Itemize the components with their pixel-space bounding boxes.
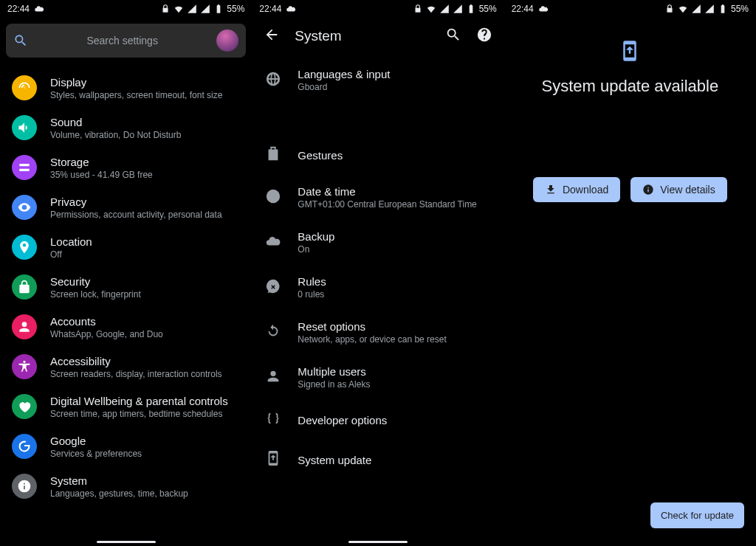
help-button[interactable] bbox=[476, 27, 492, 46]
settings-item-texts: Storage35% used - 41.49 GB free bbox=[50, 156, 240, 180]
check-for-update-button[interactable]: Check for update bbox=[650, 502, 744, 528]
system-item-update[interactable]: System update bbox=[252, 440, 504, 480]
system-item-user[interactable]: Multiple usersSigned in as Aleks bbox=[252, 355, 504, 400]
system-item-texts: Date & timeGMT+01:00 Central European St… bbox=[298, 185, 476, 210]
settings-item-title: Accounts bbox=[50, 315, 240, 328]
search-settings-input[interactable]: Search settings bbox=[6, 24, 246, 58]
system-item-rules[interactable]: Rules0 rules bbox=[252, 265, 504, 310]
system-item-language[interactable]: Languages & inputGboard bbox=[252, 58, 504, 103]
system-item-title: System update bbox=[298, 454, 371, 466]
status-bar: 22:44 55% bbox=[0, 0, 252, 18]
settings-item-texts: GoogleServices & preferences bbox=[50, 435, 240, 459]
nav-pill[interactable] bbox=[348, 541, 408, 543]
account-avatar[interactable] bbox=[216, 30, 238, 52]
view-details-button[interactable]: View details bbox=[630, 177, 726, 202]
settings-item-texts: DisplayStyles, wallpapers, screen timeou… bbox=[50, 76, 240, 100]
settings-item-texts: AccountsWhatsApp, Google, and Duo bbox=[50, 315, 240, 339]
update-icon bbox=[265, 450, 281, 469]
status-battery: 55% bbox=[227, 4, 244, 14]
privacy-icon bbox=[12, 195, 37, 220]
reset-icon bbox=[265, 323, 281, 342]
system-item-title: Languages & input bbox=[298, 68, 390, 80]
system-item-title: Date & time bbox=[298, 185, 476, 198]
search-icon bbox=[445, 27, 461, 43]
settings-item-texts: PrivacyPermissions, account activity, pe… bbox=[50, 196, 240, 220]
system-item-cloud[interactable]: BackupOn bbox=[252, 220, 504, 265]
system-item-gestures[interactable]: Gestures bbox=[252, 135, 504, 175]
cloud-icon bbox=[286, 4, 296, 14]
accessibility-icon bbox=[12, 354, 37, 379]
system-list: Languages & inputGboardGesturesDate & ti… bbox=[252, 55, 504, 483]
settings-item-title: Sound bbox=[50, 116, 240, 128]
cloud-icon bbox=[34, 4, 44, 14]
settings-item-title: Display bbox=[50, 76, 240, 89]
settings-item-security[interactable]: SecurityScreen lock, fingerprint bbox=[0, 267, 252, 307]
download-icon bbox=[545, 184, 557, 196]
settings-item-accessibility[interactable]: AccessibilityScreen readers, display, in… bbox=[0, 347, 252, 387]
status-battery: 55% bbox=[479, 4, 497, 14]
signal-icon bbox=[439, 4, 450, 14]
wifi-icon bbox=[173, 4, 184, 14]
settings-item-title: Google bbox=[50, 435, 240, 447]
settings-item-texts: SystemLanguages, gestures, time, backup bbox=[50, 474, 240, 499]
user-icon bbox=[265, 368, 281, 387]
system-update-icon bbox=[619, 40, 641, 65]
settings-item-storage[interactable]: Storage35% used - 41.49 GB free bbox=[0, 148, 252, 187]
system-item-subtitle: Signed in as Aleks bbox=[298, 379, 370, 390]
system-item-reset[interactable]: Reset optionsNetwork, apps, or device ca… bbox=[252, 310, 504, 355]
clock-icon bbox=[265, 188, 281, 207]
status-time: 22:44 bbox=[7, 4, 30, 14]
sound-icon bbox=[12, 115, 37, 140]
settings-item-title: Storage bbox=[50, 156, 240, 168]
update-title: System update available bbox=[541, 77, 718, 96]
download-button[interactable]: Download bbox=[533, 177, 620, 202]
back-button[interactable] bbox=[264, 27, 280, 46]
status-bar: 22:44 55% bbox=[504, 0, 756, 18]
page-title: System bbox=[295, 28, 430, 44]
settings-item-subtitle: Styles, wallpapers, screen timeout, font… bbox=[50, 90, 240, 100]
system-item-clock[interactable]: Date & timeGMT+01:00 Central European St… bbox=[252, 175, 504, 220]
settings-item-title: Security bbox=[50, 275, 240, 288]
settings-item-display[interactable]: DisplayStyles, wallpapers, screen timeou… bbox=[0, 68, 252, 108]
system-item-texts: Multiple usersSigned in as Aleks bbox=[298, 365, 370, 390]
system-item-texts: Reset optionsNetwork, apps, or device ca… bbox=[298, 320, 446, 345]
search-placeholder: Search settings bbox=[37, 35, 207, 46]
nav-pill[interactable] bbox=[97, 541, 156, 543]
display-icon bbox=[12, 75, 37, 100]
settings-item-wellbeing[interactable]: Digital Wellbeing & parental controlsScr… bbox=[0, 387, 252, 426]
vpn-icon bbox=[413, 4, 423, 14]
system-item-title: Developer options bbox=[298, 414, 387, 426]
system-item-braces[interactable]: Developer options bbox=[252, 400, 504, 440]
update-screen: System update available Download View de… bbox=[504, 18, 756, 546]
settings-item-subtitle: Services & preferences bbox=[50, 449, 240, 459]
system-item-subtitle: Gboard bbox=[298, 82, 390, 92]
settings-item-texts: LocationOff bbox=[50, 235, 240, 260]
settings-item-google[interactable]: GoogleServices & preferences bbox=[0, 426, 252, 466]
settings-item-texts: SecurityScreen lock, fingerprint bbox=[50, 275, 240, 300]
signal-icon bbox=[691, 4, 701, 14]
settings-item-texts: SoundVolume, vibration, Do Not Disturb bbox=[50, 116, 240, 140]
settings-list: DisplayStyles, wallpapers, screen timeou… bbox=[0, 63, 252, 511]
settings-item-location[interactable]: LocationOff bbox=[0, 227, 252, 267]
location-icon bbox=[12, 235, 37, 260]
settings-root-pane: 22:44 55% Search settings DisplayStyles,… bbox=[0, 0, 252, 546]
settings-item-accounts[interactable]: AccountsWhatsApp, Google, and Duo bbox=[0, 307, 252, 347]
security-icon bbox=[12, 274, 37, 300]
system-settings-pane: 22:44 55% System Languages & inputGboard… bbox=[252, 0, 504, 546]
braces-icon bbox=[265, 410, 281, 429]
system-item-texts: Languages & inputGboard bbox=[298, 68, 390, 92]
arrow-back-icon bbox=[264, 27, 280, 43]
settings-item-subtitle: Screen lock, fingerprint bbox=[50, 289, 240, 300]
settings-item-system[interactable]: SystemLanguages, gestures, time, backup bbox=[0, 466, 252, 506]
info-icon bbox=[642, 184, 654, 196]
settings-item-subtitle: Screen time, app timers, bedtime schedul… bbox=[50, 409, 240, 419]
search-button[interactable] bbox=[445, 27, 461, 46]
settings-item-sound[interactable]: SoundVolume, vibration, Do Not Disturb bbox=[0, 108, 252, 148]
check-for-update-label: Check for update bbox=[661, 510, 734, 521]
system-item-subtitle: 0 rules bbox=[298, 289, 326, 300]
settings-item-privacy[interactable]: PrivacyPermissions, account activity, pe… bbox=[0, 187, 252, 227]
settings-item-subtitle: Screen readers, display, interaction con… bbox=[50, 369, 240, 379]
system-item-texts: BackupOn bbox=[298, 230, 334, 255]
vpn-icon bbox=[160, 4, 171, 14]
system-icon bbox=[12, 474, 37, 499]
